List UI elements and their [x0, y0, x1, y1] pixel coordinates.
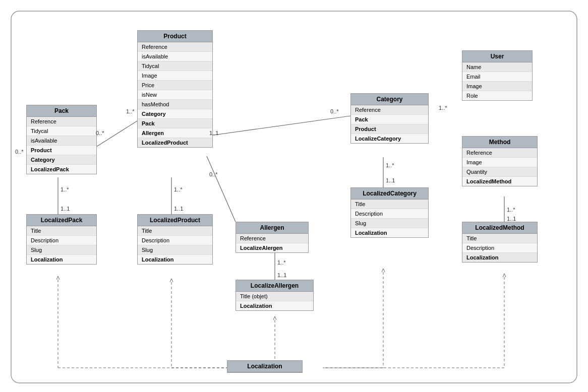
method-field-image: Image: [462, 158, 537, 167]
localized-product-body: Title Description Slug Localization: [138, 226, 212, 264]
localizedcategory-field-title: Title: [351, 200, 428, 209]
pack-field-reference: Reference: [27, 117, 96, 126]
localizedcategory-field-description: Description: [351, 209, 428, 219]
localized-product-header: LocalizedProduct: [138, 215, 212, 226]
mult-product-category-right: 0..*: [330, 108, 339, 114]
localizedpack-field-title: Title: [27, 226, 96, 236]
product-field-image: Image: [138, 71, 212, 81]
pack-body: Reference Tidycal isAvailable Product Ca…: [27, 117, 96, 174]
localizedproduct-field-slug: Slug: [138, 245, 212, 255]
localize-allergen-header: LocalizeAllergen: [236, 280, 313, 292]
mult-user-right: 1..*: [439, 105, 447, 111]
localizedmethod-field-description: Description: [462, 243, 537, 253]
pack-field-tidycal: Tidycal: [27, 126, 96, 136]
localizedproduct-field-description: Description: [138, 236, 212, 245]
pack-header: Pack: [27, 105, 96, 117]
method-body: Reference Image Quantity LocalizedMethod: [462, 148, 537, 186]
category-field-pack: Pack: [351, 115, 428, 124]
product-field-pack: Pack: [138, 119, 212, 128]
category-header: Category: [351, 94, 428, 105]
product-field-reference: Reference: [138, 42, 212, 52]
allergen-field-localizealergen: LocalizeAlergen: [236, 243, 308, 252]
pack-field-category: Category: [27, 155, 96, 165]
product-header: Product: [138, 31, 212, 42]
localized-category-header: LocalizedCategory: [351, 188, 428, 200]
mult-pack-product-left: 0..*: [96, 130, 104, 136]
class-localized-product: LocalizedProduct Title Description Slug …: [137, 214, 213, 265]
class-localized-pack: LocalizedPack Title Description Slug Loc…: [26, 214, 97, 265]
mult-pack-product-right: 1..*: [126, 108, 135, 114]
localizedproduct-field-title: Title: [138, 226, 212, 236]
user-header: User: [462, 51, 532, 62]
mult-allergen-lallergen-top: 1..*: [277, 259, 286, 266]
product-field-isnew: isNew: [138, 90, 212, 100]
localizedcategory-field-localization: Localization: [351, 228, 428, 237]
user-field-email: Email: [462, 72, 532, 82]
localizedcategory-field-slug: Slug: [351, 219, 428, 228]
pack-field-localizedpack: LocalizedPack: [27, 165, 96, 174]
category-body: Reference Pack Product LocalizeCategory: [351, 105, 428, 143]
mult-category-lcategory-bottom: 1..1: [386, 177, 395, 183]
allergen-body: Reference LocalizeAlergen: [236, 234, 308, 252]
user-body: Name Email Image Role: [462, 62, 532, 100]
product-field-isavailable: isAvailable: [138, 52, 212, 61]
class-method: Method Reference Image Quantity Localize…: [462, 136, 538, 186]
product-field-localizedproduct: LocalizedProduct: [138, 138, 212, 147]
category-field-product: Product: [351, 124, 428, 134]
localization-header: Localization: [227, 361, 302, 372]
pack-field-product: Product: [27, 146, 96, 155]
class-pack: Pack Reference Tidycal isAvailable Produ…: [26, 105, 97, 174]
localizeallergen-field-localization: Localization: [236, 301, 313, 310]
mult-method-lmethod-bottom: 1..1: [507, 216, 516, 222]
method-field-quantity: Quantity: [462, 167, 537, 177]
user-field-image: Image: [462, 82, 532, 91]
mult-method-lmethod-top: 1..*: [507, 207, 515, 213]
localized-pack-body: Title Description Slug Localization: [27, 226, 96, 264]
localizeallergen-field-title: Title (objet): [236, 292, 313, 301]
localizedmethod-field-title: Title: [462, 234, 537, 243]
class-product: Product Reference isAvailable Tidycal Im…: [137, 30, 213, 148]
class-user: User Name Email Image Role: [462, 50, 533, 101]
method-field-localizedmethod: LocalizedMethod: [462, 177, 537, 186]
allergen-field-reference: Reference: [236, 234, 308, 243]
pack-field-isavailable: isAvailable: [27, 136, 96, 146]
mult-product-allergen-top: 0..*: [209, 171, 218, 177]
product-field-price: Price: [138, 81, 212, 90]
localize-allergen-body: Title (objet) Localization: [236, 292, 313, 310]
svg-line-2: [207, 116, 350, 136]
mult-pack-lpack-top: 1..*: [61, 186, 69, 192]
localized-category-body: Title Description Slug Localization: [351, 200, 428, 237]
mult-pack-lpack-bottom: 1..1: [61, 206, 70, 212]
localizedmethod-field-localization: Localization: [462, 253, 537, 262]
mult-allergen-lallergen-bottom: 1..1: [277, 272, 286, 278]
mult-product-category-left: 1..1: [209, 130, 218, 136]
localized-method-header: LocalizedMethod: [462, 222, 537, 234]
user-field-role: Role: [462, 91, 532, 100]
mult-product-lproduct-bottom: 1..1: [174, 206, 183, 212]
localizedpack-field-description: Description: [27, 236, 96, 245]
localized-pack-header: LocalizedPack: [27, 215, 96, 226]
class-category: Category Reference Pack Product Localize…: [350, 93, 429, 144]
method-field-reference: Reference: [462, 148, 537, 158]
localizedpack-field-slug: Slug: [27, 245, 96, 255]
product-field-tidycal: Tidycal: [138, 61, 212, 71]
product-field-category: Category: [138, 109, 212, 119]
class-allergen: Allergen Reference LocalizeAlergen: [236, 222, 309, 253]
product-body: Reference isAvailable Tidycal Image Pric…: [138, 42, 212, 147]
user-field-name: Name: [462, 62, 532, 72]
allergen-header: Allergen: [236, 222, 308, 234]
mult-product-lproduct-top: 1..*: [174, 186, 183, 192]
mult-category-lcategory-top: 1..*: [386, 162, 394, 168]
category-field-reference: Reference: [351, 105, 428, 115]
product-field-allergen: Allergen: [138, 128, 212, 138]
category-field-localizecategory: LocalizeCategory: [351, 134, 428, 143]
svg-line-3: [207, 156, 236, 222]
localized-method-body: Title Description Localization: [462, 234, 537, 262]
class-localized-method: LocalizedMethod Title Description Locali…: [462, 222, 538, 263]
localizedpack-field-localization: Localization: [27, 255, 96, 264]
mult-pack-outer: 0..*: [15, 149, 24, 155]
product-field-hasmethod: hasMethod: [138, 100, 212, 109]
class-localize-allergen: LocalizeAllergen Title (objet) Localizat…: [236, 280, 314, 311]
class-localization: Localization: [227, 360, 303, 373]
class-localized-category: LocalizedCategory Title Description Slug…: [350, 187, 429, 238]
